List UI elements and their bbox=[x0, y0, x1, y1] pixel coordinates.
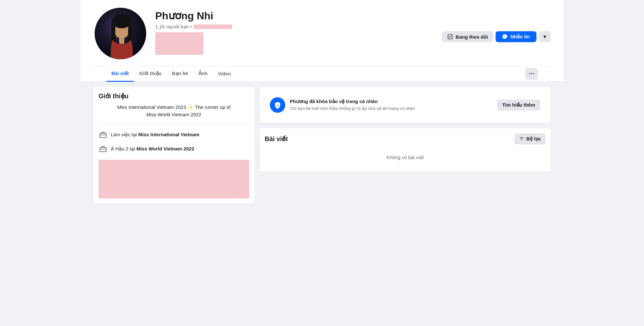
privacy-card: Phương đã khóa bảo vệ trang cá nhân Chỉ … bbox=[260, 87, 551, 123]
work-text: Làm việc tại Miss International Vietnam bbox=[111, 132, 199, 138]
tab-videos[interactable]: Video bbox=[213, 66, 236, 82]
profile-header: Phương Nhi 1,1K người bạn • Đang theo dõ… bbox=[80, 0, 564, 82]
tab-friends[interactable]: Bạn bè bbox=[167, 66, 194, 82]
learn-more-button[interactable]: Tìm hiểu thêm bbox=[497, 100, 540, 110]
avatar-image bbox=[95, 8, 146, 59]
tab-about[interactable]: Giới thiệu bbox=[134, 66, 167, 82]
profile-page: Phương Nhi 1,1K người bạn • Đang theo dõ… bbox=[80, 0, 564, 275]
profile-top: Phương Nhi 1,1K người bạn • Đang theo dõ… bbox=[93, 6, 551, 64]
title-text: Á Hậu 2 tại Miss World Vietnam 2022 bbox=[111, 146, 194, 152]
work-item: Làm việc tại Miss International Vietnam bbox=[99, 128, 249, 142]
follow-icon bbox=[447, 34, 453, 40]
cover-photo-redacted bbox=[155, 32, 204, 55]
friends-redacted bbox=[194, 24, 232, 29]
profile-name: Phương Nhi bbox=[155, 10, 442, 22]
empty-posts: Không có bài viết bbox=[265, 148, 545, 167]
privacy-desc: Chỉ bạn bè mới nhìn thấy những gì cô ấy … bbox=[290, 106, 493, 111]
tab-photos[interactable]: Ảnh bbox=[193, 66, 213, 82]
avatar bbox=[93, 6, 147, 61]
svg-point-3 bbox=[112, 14, 131, 28]
intro-card-redacted bbox=[99, 160, 249, 198]
posts-header: Bài viết Bộ lọc bbox=[265, 133, 545, 144]
intro-card: Giới thiệu Miss International Vietnam 20… bbox=[93, 87, 254, 204]
message-button[interactable]: Nhắn tin bbox=[496, 31, 536, 42]
posts-title: Bài viết bbox=[265, 135, 288, 143]
profile-actions: Đang theo dõi Nhắn tin ▾ bbox=[442, 25, 551, 42]
avatar-svg bbox=[95, 8, 146, 59]
filter-button[interactable]: Bộ lọc bbox=[515, 133, 545, 144]
privacy-title: Phương đã khóa bảo vệ trang cá nhân bbox=[290, 99, 493, 104]
right-column: Phương đã khóa bảo vệ trang cá nhân Chỉ … bbox=[260, 87, 551, 270]
tab-posts[interactable]: Bài viết bbox=[106, 66, 134, 82]
more-options-button[interactable]: ▾ bbox=[539, 31, 551, 42]
title-item: Á Hậu 2 tại Miss World Vietnam 2022 bbox=[99, 142, 249, 156]
follow-button[interactable]: Đang theo dõi bbox=[442, 31, 493, 42]
privacy-content: Phương đã khóa bảo vệ trang cá nhân Chỉ … bbox=[265, 92, 545, 118]
briefcase-icon bbox=[99, 130, 108, 139]
bio-text: Miss International Vietnam 2023 ✨ The ru… bbox=[99, 104, 249, 124]
profile-friends: 1,1K người bạn • bbox=[155, 24, 442, 30]
briefcase-icon-2 bbox=[99, 144, 108, 153]
tabs-more-button[interactable]: ··· bbox=[525, 68, 538, 80]
intro-title: Giới thiệu bbox=[99, 92, 249, 100]
privacy-icon bbox=[270, 97, 285, 113]
svg-rect-13 bbox=[277, 104, 278, 106]
svg-rect-8 bbox=[100, 133, 106, 138]
svg-rect-6 bbox=[119, 37, 124, 44]
profile-info: Phương Nhi 1,1K người bạn • bbox=[147, 6, 442, 55]
profile-tabs: Bài viết Giới thiệu Bạn bè Ảnh Video ··· bbox=[93, 66, 551, 82]
posts-card: Bài viết Bộ lọc Không có bài viết bbox=[260, 128, 551, 172]
messenger-icon bbox=[502, 34, 508, 40]
privacy-text: Phương đã khóa bảo vệ trang cá nhân Chỉ … bbox=[290, 99, 493, 111]
left-column: Giới thiệu Miss International Vietnam 20… bbox=[93, 87, 254, 270]
profile-content: Giới thiệu Miss International Vietnam 20… bbox=[80, 82, 564, 275]
svg-rect-10 bbox=[100, 148, 106, 152]
chevron-down-icon: ▾ bbox=[544, 34, 546, 39]
filter-icon bbox=[519, 136, 524, 141]
